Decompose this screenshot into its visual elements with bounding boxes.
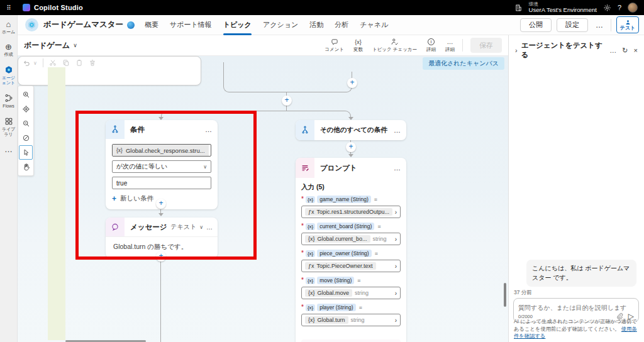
undo-icon[interactable]: [23, 59, 31, 67]
save-button[interactable]: 保存: [470, 38, 502, 53]
tab-channels[interactable]: チャネル: [360, 15, 388, 35]
more-icon: …: [4, 145, 13, 153]
topic-checker-button[interactable]: トピック チェッカー: [372, 38, 417, 53]
publish-button[interactable]: 公開: [520, 18, 552, 32]
sidebar-item-flows[interactable]: Flows: [0, 94, 18, 109]
tab-support-info[interactable]: サポート情報: [170, 15, 212, 35]
sidebar-item-library[interactable]: ライブラリ: [0, 117, 18, 137]
condition-node-header: 条件 …: [106, 120, 218, 139]
input-value-field[interactable]: {x}Global.turn string ›: [301, 314, 401, 326]
condition-variable-field[interactable]: {x} Global.check_response.stru...: [112, 144, 211, 157]
sidebar-item-create[interactable]: ⊕ 作成: [0, 43, 18, 57]
cut-icon[interactable]: [49, 59, 57, 67]
connector-line: [287, 72, 352, 92]
comment-icon: [331, 38, 338, 46]
add-node-button[interactable]: +: [347, 78, 357, 88]
message-mode-select[interactable]: テキスト ∨ …: [170, 223, 213, 231]
sidebar-item-more[interactable]: …: [0, 145, 18, 153]
chat-input[interactable]: [518, 304, 634, 311]
node-more-icon[interactable]: …: [394, 126, 401, 134]
plus-icon: +: [112, 194, 116, 203]
condition-operator-select[interactable]: が次の値に等しい ∨: [112, 160, 211, 173]
variable-chip: {x} Global.check_response.stru...: [113, 145, 209, 156]
equals-sign: =: [359, 304, 362, 311]
input-value-field[interactable]: ƒxTopic.res1.structuredOutpu... ›: [301, 206, 401, 218]
refresh-icon[interactable]: ↻: [622, 47, 628, 55]
comment-button[interactable]: コメント: [325, 38, 344, 53]
else-node-header: その他のすべての条件 …: [296, 120, 406, 140]
copy-icon[interactable]: [62, 59, 70, 67]
tab-overview[interactable]: 概要: [145, 15, 158, 35]
input-name: piece_owner (String): [317, 250, 371, 257]
variables-button[interactable]: {x} 変数: [353, 38, 363, 53]
panel-more-icon[interactable]: …: [609, 47, 616, 54]
add-node-button[interactable]: +: [156, 251, 166, 262]
close-icon[interactable]: ×: [634, 47, 638, 54]
tab-actions[interactable]: アクション: [263, 15, 298, 35]
app-launcher-icon[interactable]: ⠿: [0, 0, 18, 15]
authoring-canvas[interactable]: ∨ 最適化されたキャンバス + + + + +: [18, 56, 508, 342]
input-value-field[interactable]: {x}Global.move string ›: [301, 287, 401, 299]
add-node-button[interactable]: +: [282, 96, 292, 106]
settings-button[interactable]: 設定: [557, 18, 588, 32]
test-button-label: テスト: [620, 26, 636, 31]
nav-more-icon[interactable]: …: [593, 21, 606, 30]
equals-sign: =: [375, 250, 378, 256]
agent-name: ボードゲームマスター: [43, 19, 123, 30]
prompt-input-row: * {x} current_board (String) = {x}Global…: [301, 223, 401, 245]
collapse-chevron-icon[interactable]: ›: [515, 47, 518, 54]
condition-node[interactable]: 条件 … {x} Global.check_response.stru... が…: [106, 120, 218, 209]
delete-icon[interactable]: [89, 59, 96, 67]
more-options-button[interactable]: … 詳細: [445, 38, 455, 53]
zoom-out-button[interactable]: [19, 116, 33, 131]
tab-activity[interactable]: 活動: [309, 15, 323, 35]
environment-icon: [514, 4, 523, 12]
reset-zoom-button[interactable]: [19, 131, 33, 145]
variables-icon: {x}: [355, 39, 362, 45]
input-name-row: * {x} game_name (String) =: [301, 196, 401, 203]
all-other-conditions-node[interactable]: その他のすべての条件 …: [296, 120, 406, 140]
node-more-icon[interactable]: …: [206, 224, 213, 231]
center-view-button[interactable]: [19, 102, 33, 116]
condition-value-input[interactable]: true: [112, 177, 211, 189]
select-tool-button[interactable]: [19, 145, 33, 160]
node-more-icon[interactable]: …: [205, 126, 212, 133]
user-avatar[interactable]: [628, 3, 638, 13]
topic-name[interactable]: ボードゲーム: [24, 40, 70, 51]
variable-icon: {x}: [306, 250, 315, 257]
variable-icon: {x}: [308, 317, 315, 323]
details-button[interactable]: i 詳細: [426, 38, 436, 53]
prompt-node[interactable]: プロンプト … 入力 (5) * {x} game_name (String) …: [296, 158, 406, 342]
zoom-in-button[interactable]: [19, 87, 33, 102]
test-agent-button[interactable]: テスト: [616, 16, 639, 33]
pan-tool-button[interactable]: [19, 160, 33, 174]
required-asterisk: *: [301, 277, 304, 284]
sidebar-item-home[interactable]: ⌂ ホーム: [0, 20, 18, 35]
agent-header-bar: ボードゲームマスター 概要 サポート情報 トピック アクション 活動 分析 チャ…: [18, 15, 644, 35]
required-asterisk: *: [301, 304, 304, 311]
paste-icon[interactable]: [75, 59, 83, 67]
add-node-button[interactable]: +: [346, 142, 356, 152]
add-node-button[interactable]: +: [156, 199, 166, 209]
input-value-field[interactable]: {x}Global.current_bo... string ›: [301, 233, 401, 245]
tab-analytics[interactable]: 分析: [335, 15, 348, 35]
tab-topics[interactable]: トピック: [223, 15, 252, 35]
input-name: move (String): [317, 277, 354, 284]
canvas-scrollbar[interactable]: [504, 283, 506, 307]
condition-value: true: [116, 180, 127, 187]
input-name-row: * {x} move (String) =: [301, 277, 401, 284]
environment-picker[interactable]: 環境 UserA Test's Environment: [529, 2, 597, 14]
node-title: その他のすべての条件: [320, 126, 387, 135]
chevron-right-icon: ›: [395, 290, 397, 297]
optimized-canvas-badge: 最適化されたキャンバス: [423, 57, 504, 70]
node-more-icon[interactable]: …: [394, 164, 401, 172]
settings-gear-icon[interactable]: [603, 4, 611, 12]
formula-icon: ƒx: [308, 209, 314, 215]
topic-checker-icon: [391, 38, 399, 46]
chevron-down-icon[interactable]: ∨: [33, 60, 37, 66]
input-value-field[interactable]: ƒxTopic.PieceOwner.text ›: [301, 260, 401, 272]
help-icon[interactable]: ?: [618, 4, 621, 11]
sidebar-item-agents[interactable]: エージェント: [0, 65, 18, 86]
chevron-down-icon[interactable]: ∨: [73, 42, 77, 48]
prompt-node-header: プロンプト …: [296, 158, 406, 178]
